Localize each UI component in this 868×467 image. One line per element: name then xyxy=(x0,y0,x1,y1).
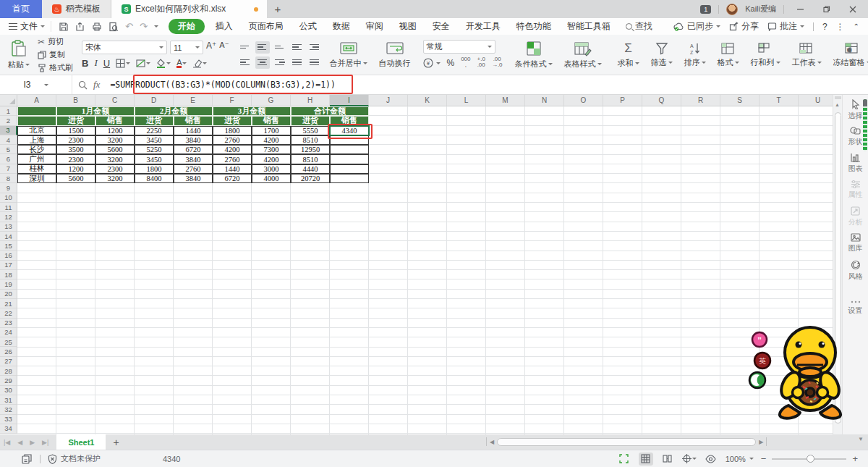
fill-color-button[interactable] xyxy=(156,59,171,68)
customize-qat-icon[interactable] xyxy=(154,25,158,30)
print-icon[interactable] xyxy=(92,22,102,32)
share-button[interactable]: 分享 xyxy=(729,20,759,33)
menu-tab-安全[interactable]: 安全 xyxy=(425,19,458,34)
italic-button[interactable]: I xyxy=(94,57,97,69)
row-header-24[interactable]: 24 xyxy=(0,328,17,337)
collapse-ribbon-icon[interactable]: ⌃ xyxy=(854,22,859,30)
row-header-29[interactable]: 29 xyxy=(0,376,17,385)
value-cell-r5c8[interactable] xyxy=(330,145,369,154)
menu-tab-视图[interactable]: 视图 xyxy=(391,19,425,34)
menu-tab-特色功能[interactable]: 特色功能 xyxy=(509,19,559,34)
conditional-format-button[interactable]: 条件格式 xyxy=(511,38,556,72)
column-header-U[interactable]: U xyxy=(799,95,833,106)
formula-input[interactable]: =SUMPRODUCT((B3:G3)*(MOD(COLUMN(B3:G3),2… xyxy=(106,80,336,90)
column-headers[interactable]: ABCDEFGHIJKLMNOPQRSTU xyxy=(17,95,833,106)
align-left-button[interactable] xyxy=(238,56,252,69)
row-header-8[interactable]: 8 xyxy=(0,174,17,183)
file-menu-button[interactable]: 文件 xyxy=(0,20,51,33)
row-header-11[interactable]: 11 xyxy=(0,203,17,212)
value-cell-r5c7[interactable]: 12950 xyxy=(291,145,330,154)
scroll-right-icon[interactable]: ▶ xyxy=(759,439,763,445)
value-cell-r4c2[interactable]: 3200 xyxy=(95,135,135,145)
value-cell-r5c6[interactable]: 7300 xyxy=(252,145,291,154)
column-header-B[interactable]: B xyxy=(56,95,95,106)
sub-header-5[interactable]: 进货 xyxy=(213,116,252,125)
table-style-button[interactable]: 表格样式 xyxy=(561,38,605,72)
panel-collapse-icon[interactable]: ▼ xyxy=(858,436,864,442)
zoom-out-button[interactable]: − xyxy=(761,453,767,464)
row-header-4[interactable]: 4 xyxy=(0,135,17,145)
row-header-19[interactable]: 19 xyxy=(0,279,17,289)
sidebar-item-属性[interactable]: 属性 xyxy=(843,175,868,202)
row-header-22[interactable]: 22 xyxy=(0,308,17,318)
row-header-33[interactable]: 33 xyxy=(0,415,17,424)
city-cell-长沙[interactable]: 长沙 xyxy=(17,145,56,154)
worksheet-button[interactable]: 工作表 xyxy=(788,38,825,72)
spreadsheet-grid[interactable]: ABCDEFGHIJKLMNOPQRSTU 123456789101112131… xyxy=(0,95,833,434)
cell-A1[interactable] xyxy=(17,106,56,116)
name-box[interactable]: I3 xyxy=(0,75,72,94)
sub-header-3[interactable]: 进货 xyxy=(135,116,174,125)
row-header-18[interactable]: 18 xyxy=(0,270,17,279)
sidebar-item-图表[interactable]: 图表 xyxy=(843,148,868,175)
increase-indent-button[interactable] xyxy=(307,41,322,54)
row-header-34[interactable]: 34 xyxy=(0,424,17,434)
row-header-32[interactable]: 32 xyxy=(0,405,17,414)
align-middle-button[interactable] xyxy=(255,41,270,54)
comment-button[interactable]: 批注 xyxy=(767,20,804,33)
row-header-28[interactable]: 28 xyxy=(0,366,17,376)
percent-button[interactable]: % xyxy=(447,58,455,68)
column-header-A[interactable]: A xyxy=(17,95,56,106)
row-header-25[interactable]: 25 xyxy=(0,337,17,347)
menu-tab-页面布局[interactable]: 页面布局 xyxy=(241,19,292,34)
decrease-indent-button[interactable] xyxy=(290,41,305,54)
cell-A2[interactable] xyxy=(17,116,56,125)
row-header-30[interactable]: 30 xyxy=(0,386,17,395)
merge-center-button[interactable]: 合并居中 xyxy=(326,38,371,72)
filter-button[interactable]: 筛选 xyxy=(647,38,676,72)
column-header-G[interactable]: G xyxy=(252,95,291,106)
new-tab-button[interactable]: + xyxy=(267,0,289,18)
sum-button[interactable]: Σ 求和 xyxy=(614,38,643,72)
first-sheet-icon[interactable]: |◀ xyxy=(0,439,14,446)
sub-header-8[interactable]: 销售 xyxy=(330,116,369,125)
copy-button[interactable]: 复制 xyxy=(38,49,73,60)
sort-button[interactable]: AZ 排序 xyxy=(681,38,710,72)
restore-button[interactable] xyxy=(817,3,836,16)
freeze-panes-button[interactable]: ❄ 冻结窗格 xyxy=(830,38,868,72)
number-format-select[interactable]: 常规 xyxy=(423,40,495,54)
currency-button[interactable]: ¥ xyxy=(423,58,441,68)
row-header-27[interactable]: 27 xyxy=(0,357,17,366)
value-cell-r5c1[interactable]: 3500 xyxy=(56,145,95,154)
save-icon[interactable] xyxy=(59,22,69,32)
value-cell-r8c2[interactable]: 3200 xyxy=(95,174,135,183)
zoom-slider[interactable]: − + xyxy=(761,453,858,464)
column-header-H[interactable]: H xyxy=(291,95,330,106)
column-header-O[interactable]: O xyxy=(564,95,603,106)
align-center-button[interactable] xyxy=(255,56,270,69)
bold-button[interactable]: B xyxy=(82,58,88,69)
sub-header-6[interactable]: 销售 xyxy=(252,116,291,125)
zoom-in-button[interactable]: + xyxy=(852,453,858,464)
sidebar-item-分析[interactable]: 分析 xyxy=(843,202,868,229)
page-layout-button[interactable] xyxy=(682,453,697,466)
column-header-D[interactable]: D xyxy=(135,95,174,106)
align-bottom-button[interactable] xyxy=(273,41,287,54)
zoom-level[interactable]: 100% xyxy=(726,455,754,463)
value-cell-r7c6[interactable]: 3000 xyxy=(252,164,291,174)
zoom-knob[interactable] xyxy=(807,455,814,463)
value-cell-r5c2[interactable]: 5600 xyxy=(95,145,135,154)
column-header-F[interactable]: F xyxy=(213,95,252,106)
fullscreen-button[interactable] xyxy=(617,453,631,466)
value-cell-r6c4[interactable]: 3840 xyxy=(174,154,213,164)
value-cell-r7c8[interactable] xyxy=(330,164,369,174)
value-cell-r3c1[interactable]: 1500 xyxy=(56,126,95,135)
value-cell-r6c3[interactable]: 3450 xyxy=(135,154,174,164)
column-header-E[interactable]: E xyxy=(174,95,213,106)
column-header-K[interactable]: K xyxy=(408,95,447,106)
undo-icon[interactable]: ↶ xyxy=(125,21,133,32)
borders-button[interactable] xyxy=(116,59,130,68)
cut-button[interactable]: ✂剪切 xyxy=(38,36,73,47)
row-header-5[interactable]: 5 xyxy=(0,145,17,154)
user-name[interactable]: Kaili爱编 xyxy=(745,4,776,14)
